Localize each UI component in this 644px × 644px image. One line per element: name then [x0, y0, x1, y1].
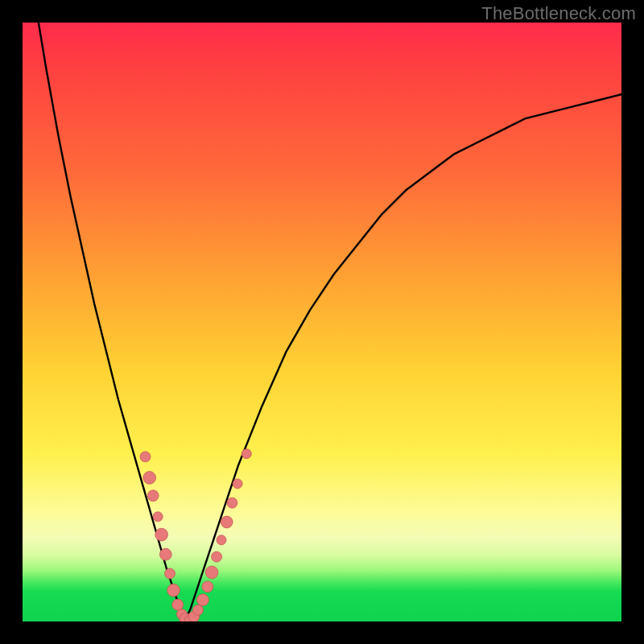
sample-point [143, 472, 156, 485]
sample-point [202, 581, 213, 592]
sample-point [193, 605, 204, 615]
sample-point [140, 452, 151, 462]
sample-point [205, 566, 218, 579]
sample-point [242, 449, 251, 459]
sample-point [155, 528, 168, 541]
watermark-text: TheBottleneck.com [481, 3, 636, 24]
sample-point [233, 479, 242, 489]
sample-point [147, 490, 159, 502]
sample-point [227, 497, 237, 508]
sample-point [167, 584, 180, 597]
plot-area [23, 23, 621, 621]
sample-point [197, 594, 209, 606]
sample-point [172, 599, 184, 610]
sample-point [159, 548, 171, 560]
sample-point [212, 551, 222, 562]
bottleneck-curve [23, 23, 621, 621]
sample-point [217, 535, 226, 545]
sample-point [153, 512, 163, 522]
sample-point [165, 568, 175, 579]
chart-frame: TheBottleneck.com [0, 0, 644, 644]
curve-layer [23, 23, 621, 621]
sample-point [221, 516, 233, 528]
